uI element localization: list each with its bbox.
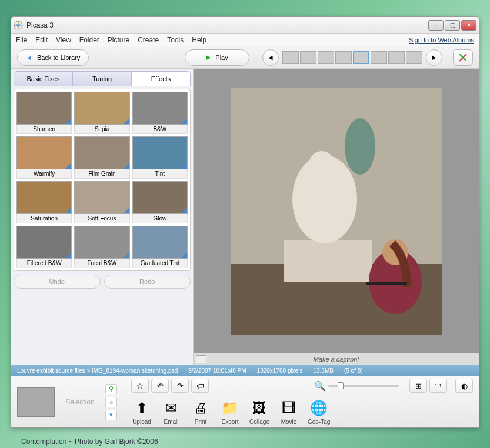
zoom-handle[interactable] xyxy=(338,382,344,389)
corner-icon xyxy=(181,252,187,258)
menubar: File Edit View Folder Picture Create Too… xyxy=(11,34,479,46)
effect-thumb xyxy=(74,92,129,125)
signin-link[interactable]: Sign In to Web Albums xyxy=(409,36,474,44)
effect-b-w[interactable]: B&W xyxy=(132,92,188,134)
filmstrip-thumb[interactable] xyxy=(335,51,352,64)
tab-effects[interactable]: Effects xyxy=(132,72,190,86)
edit-panel: Basic Fixes Tuning Effects SharpenSepiaB… xyxy=(11,69,194,365)
bottom-bar: Selection ⚲ ○ ▾ ☆ ↶ ↷ 🏷 🔍 ⊞ 1:1 ◐ ⬆Uploa xyxy=(11,376,479,427)
effect-graduated-tint[interactable]: Graduated Tint xyxy=(132,226,188,268)
filmstrip-thumb[interactable] xyxy=(282,51,299,64)
email-icon: ✉ xyxy=(161,399,182,417)
effect-saturation[interactable]: Saturation xyxy=(16,181,72,223)
tab-tuning[interactable]: Tuning xyxy=(73,72,132,86)
corner-icon xyxy=(124,163,129,169)
menu-view[interactable]: View xyxy=(56,36,71,44)
album-button[interactable]: ▾ xyxy=(105,410,117,420)
redo-button[interactable]: Redo xyxy=(104,275,191,289)
main-area: Basic Fixes Tuning Effects SharpenSepiaB… xyxy=(11,69,479,365)
info-date: 9/2/2007 10:01:48 PM xyxy=(188,367,246,374)
filmstrip-thumb[interactable] xyxy=(406,51,422,64)
rotate-right-button[interactable]: ↷ xyxy=(171,379,189,393)
corner-icon xyxy=(65,118,71,124)
menu-file[interactable]: File xyxy=(16,36,27,44)
menu-help[interactable]: Help xyxy=(192,36,206,44)
prev-photo-button[interactable]: ◄ xyxy=(262,49,279,66)
maximize-button[interactable]: ▢ xyxy=(445,20,460,31)
selection-label: Selection xyxy=(59,398,101,406)
effect-film-grain[interactable]: Film Grain xyxy=(74,136,129,179)
undo-button[interactable]: Undo xyxy=(14,275,101,289)
effect-focal-b-w[interactable]: Focal B&W xyxy=(74,226,129,268)
photo-credit: Contemplation ~ Photo by Gail Bjork ©200… xyxy=(21,437,158,446)
titlebar: Picasa 3 ─ ▢ ✕ xyxy=(11,17,479,34)
menu-picture[interactable]: Picture xyxy=(108,36,129,44)
effect-soft-focus[interactable]: Soft Focus xyxy=(74,181,129,223)
selection-thumb[interactable] xyxy=(17,387,55,417)
tag-button[interactable]: 🏷 xyxy=(191,379,209,393)
filmstrip-thumb[interactable] xyxy=(388,51,405,64)
caption-bar[interactable]: Make a caption! xyxy=(194,353,479,365)
back-to-library-button[interactable]: ◄ Back to Library xyxy=(17,49,89,66)
main-photo xyxy=(231,88,442,335)
zoom-icon: 🔍 xyxy=(314,380,326,392)
play-label: Play xyxy=(215,54,228,61)
filmstrip-thumb[interactable] xyxy=(371,51,387,64)
info-bar: Louvre exhibit source files > IMG_8194-w… xyxy=(11,365,479,376)
effect-sepia[interactable]: Sepia xyxy=(74,92,129,134)
menu-folder[interactable]: Folder xyxy=(79,36,99,44)
effect-glow[interactable]: Glow xyxy=(132,181,188,223)
histogram-icon[interactable] xyxy=(196,355,206,363)
corner-icon xyxy=(65,208,71,213)
tag-column: ⚲ ○ ▾ xyxy=(105,384,117,420)
play-button[interactable]: ▶ Play xyxy=(185,49,249,66)
rotate-left-button[interactable]: ↶ xyxy=(151,379,169,393)
tab-basic-fixes[interactable]: Basic Fixes xyxy=(14,72,73,86)
corner-icon xyxy=(124,208,129,213)
viewer: Make a caption! xyxy=(194,69,479,365)
pin-button[interactable]: ⚲ xyxy=(105,384,117,394)
info-path: Louvre exhibit source files > IMG_8194-w… xyxy=(17,367,178,374)
effect-tint[interactable]: Tint xyxy=(132,136,188,179)
magic-icon xyxy=(458,53,468,62)
magic-button[interactable] xyxy=(453,49,473,66)
next-photo-button[interactable]: ► xyxy=(426,49,442,66)
action-export[interactable]: 📁Export xyxy=(219,399,241,425)
filmstrip-thumb[interactable] xyxy=(300,51,316,64)
edit-tabs: Basic Fixes Tuning Effects xyxy=(14,71,191,86)
effect-label: Tint xyxy=(132,169,188,179)
action-print[interactable]: 🖨Print xyxy=(190,399,211,425)
effect-thumb xyxy=(132,136,188,169)
movie-icon: 🎞 xyxy=(278,399,299,417)
star-button[interactable]: ☆ xyxy=(131,379,149,393)
effect-thumb xyxy=(74,226,129,259)
menu-tools[interactable]: Tools xyxy=(167,36,184,44)
effect-label: Glow xyxy=(132,214,188,223)
effect-filtered-b-w[interactable]: Filtered B&W xyxy=(16,226,72,268)
menu-create[interactable]: Create xyxy=(138,36,159,44)
effect-thumb xyxy=(16,136,72,169)
filmstrip-thumb-selected[interactable] xyxy=(353,51,369,64)
zoom-slider[interactable] xyxy=(328,385,399,387)
minimize-button[interactable]: ─ xyxy=(428,20,444,31)
corner-icon xyxy=(181,208,187,213)
filmstrip-thumb[interactable] xyxy=(318,51,334,64)
actual-size-button[interactable]: 1:1 xyxy=(429,379,447,393)
fit-button[interactable]: ⊞ xyxy=(409,379,427,393)
action-email[interactable]: ✉Email xyxy=(161,399,182,425)
svg-point-5 xyxy=(309,151,335,177)
menu-edit[interactable]: Edit xyxy=(35,36,48,44)
record-button[interactable]: ○ xyxy=(105,397,117,407)
effect-warmify[interactable]: Warmify xyxy=(16,136,72,179)
action-upload[interactable]: ⬆Upload xyxy=(131,399,152,425)
action-geo-tag[interactable]: 🌐Geo-Tag xyxy=(308,399,330,425)
close-button[interactable]: ✕ xyxy=(461,20,476,31)
color-manage-button[interactable]: ◐ xyxy=(455,379,473,393)
action-collage[interactable]: 🖼Collage xyxy=(249,399,270,425)
collage-icon: 🖼 xyxy=(249,399,270,417)
action-movie[interactable]: 🎞Movie xyxy=(278,399,299,425)
effect-sharpen[interactable]: Sharpen xyxy=(16,92,72,134)
tool-row: ☆ ↶ ↷ 🏷 🔍 ⊞ 1:1 ◐ xyxy=(131,379,473,393)
actions-row: ⬆Upload✉Email🖨Print📁Export🖼Collage🎞Movie… xyxy=(131,399,473,425)
effect-label: Soft Focus xyxy=(74,214,129,223)
